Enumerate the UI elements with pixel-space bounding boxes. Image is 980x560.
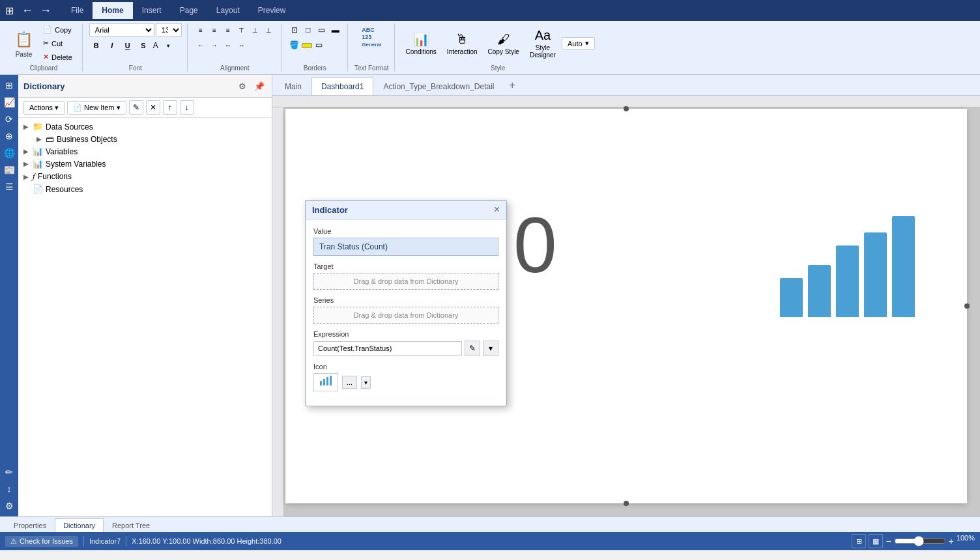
interaction-button[interactable]: 🖱 Interaction — [442, 29, 482, 59]
zoom-in-button[interactable]: + — [949, 534, 954, 548]
expression-edit-button[interactable]: ✎ — [465, 341, 480, 356]
icon-dots-button[interactable]: ... — [342, 376, 357, 389]
font-family-select[interactable]: Arial — [89, 23, 154, 36]
tree-item-business-objects[interactable]: ▶ 🗃 Business Objects — [34, 133, 269, 145]
strikethrough-button[interactable]: S — [136, 38, 151, 53]
dict-edit-button[interactable]: ✎ — [129, 100, 143, 115]
border-btn2[interactable]: □ — [302, 23, 315, 36]
fill-row: 🪣 ▭ — [288, 38, 342, 51]
sidebar-icon-6[interactable]: 📰 — [1, 162, 17, 178]
variables-icon: 📊 — [33, 147, 43, 156]
auto-dropdown[interactable]: Auto ▾ — [562, 37, 595, 49]
delete-button[interactable]: ✕ Delete — [38, 51, 77, 63]
align-top-button[interactable]: ⊤ — [235, 23, 248, 36]
tab-page[interactable]: Page — [171, 2, 207, 19]
resize-handle-right[interactable] — [964, 303, 970, 309]
new-item-button[interactable]: 📄 New Item ▾ — [67, 101, 126, 115]
dict-delete-button[interactable]: ✕ — [146, 100, 160, 115]
tree-item-datasources[interactable]: ▶ 📁 Data Sources — [21, 120, 269, 133]
text-format-button[interactable]: ABC123General — [354, 23, 389, 51]
sidebar-icon-9[interactable]: ↕ — [1, 481, 17, 497]
target-drop-zone[interactable]: Drag & drop data from Dictionary — [313, 273, 498, 290]
add-tab-button[interactable]: + — [504, 77, 521, 94]
series-drop-zone[interactable]: Drag & drop data from Dictionary — [313, 307, 498, 324]
indent-dec-button[interactable]: ← — [194, 38, 207, 51]
tab-preview[interactable]: Preview — [249, 2, 295, 19]
copy-button[interactable]: 📄 Copy — [38, 23, 77, 36]
dialog-close-button[interactable]: × — [494, 204, 500, 215]
bottom-tab-properties[interactable]: Properties — [5, 518, 55, 532]
tab-main[interactable]: Main — [275, 77, 311, 95]
sidebar-icon-8[interactable]: ✏ — [1, 464, 17, 480]
tab-home[interactable]: Home — [93, 2, 132, 19]
sidebar-icon-3[interactable]: ⟳ — [1, 111, 17, 127]
actions-button[interactable]: Actions ▾ — [23, 101, 65, 115]
icon-arrow-button[interactable]: ▾ — [361, 376, 371, 389]
expression-input[interactable] — [313, 341, 462, 356]
dictionary-title: Dictionary — [23, 81, 235, 91]
dict-up-button[interactable]: ↑ — [163, 100, 177, 115]
zoom-out-button[interactable]: − — [886, 534, 891, 548]
sidebar-icon-4[interactable]: ⊕ — [1, 128, 17, 144]
resize-handle-top[interactable] — [624, 106, 629, 111]
underline-button[interactable]: U — [121, 38, 135, 53]
copy-style-button[interactable]: 🖌 Copy Style — [483, 29, 524, 59]
icon-preview — [313, 373, 338, 391]
ltr-button[interactable]: ↔ — [235, 38, 248, 51]
rtl-button[interactable]: ↔ — [222, 38, 235, 51]
sidebar-icon-10[interactable]: ⚙ — [1, 498, 17, 514]
dict-down-button[interactable]: ↓ — [180, 100, 194, 115]
status-icon-2[interactable]: ▦ — [869, 534, 883, 548]
paste-button[interactable]: 📋 — [10, 29, 37, 50]
border-btn3[interactable]: ▭ — [315, 23, 328, 36]
target-field: Target Drag & drop data from Dictionary — [313, 262, 498, 290]
border-btn4[interactable]: ▬ — [329, 23, 342, 36]
zoom-label: 100% — [957, 534, 975, 548]
dict-settings-button[interactable]: ⚙ — [235, 79, 250, 93]
nav-forward-button[interactable]: → — [37, 5, 54, 16]
border-style-btn[interactable]: ▭ — [313, 38, 326, 51]
style-designer-button[interactable]: Aa StyleDesigner — [525, 25, 560, 62]
sidebar-icon-1[interactable]: ⊞ — [1, 77, 17, 93]
cut-button[interactable]: ✂ Cut — [38, 37, 77, 49]
expression-dropdown-button[interactable]: ▾ — [483, 341, 498, 356]
tree-item-system-variables[interactable]: ▶ 📊 System Variables — [21, 158, 269, 170]
sidebar-icon-2[interactable]: 📈 — [1, 94, 17, 110]
status-icon-1[interactable]: ⊞ — [852, 534, 866, 548]
align-center-button[interactable]: ≡ — [208, 23, 221, 36]
resize-handle-bottom[interactable] — [624, 501, 629, 506]
fill-btn[interactable]: 🪣 — [288, 38, 301, 51]
conditions-button[interactable]: 📊 Conditions — [401, 28, 441, 59]
align-left-button[interactable]: ≡ — [194, 23, 207, 36]
indent-inc-button[interactable]: → — [208, 38, 221, 51]
fill-color-btn[interactable] — [302, 43, 312, 48]
border-btn1[interactable]: ⊡ — [288, 23, 301, 36]
value-box[interactable]: Tran Status (Count) — [313, 238, 498, 256]
tab-file[interactable]: File — [62, 2, 93, 19]
bold-button[interactable]: B — [89, 38, 104, 53]
align-middle-button[interactable]: ⊥ — [249, 23, 262, 36]
tree-item-resources[interactable]: 📄 Resources — [21, 183, 269, 195]
dict-pin-button[interactable]: 📌 — [252, 79, 267, 93]
align-right-button[interactable]: ≡ — [222, 23, 235, 36]
font-size-select[interactable]: 13 — [156, 23, 182, 36]
nav-back-button[interactable]: ← — [19, 5, 36, 16]
align-bottom-button[interactable]: ⊥ — [263, 23, 276, 36]
dialog-title: Indicator — [312, 205, 494, 215]
status-divider-1 — [83, 536, 84, 546]
italic-button[interactable]: I — [105, 38, 119, 53]
tree-item-variables[interactable]: ▶ 📊 Variables — [21, 145, 269, 158]
title-bar: ⊞ ← → File Home Insert Page Layout Previ… — [0, 0, 980, 21]
tree-item-functions[interactable]: ▶ 𝑓 Functions — [21, 170, 269, 183]
font-color-button[interactable]: ▾ — [161, 38, 175, 53]
bottom-tab-dictionary[interactable]: Dictionary — [55, 518, 104, 532]
tab-dashboard1[interactable]: Dashboard1 — [311, 77, 373, 95]
zoom-slider[interactable] — [894, 534, 946, 548]
tab-insert[interactable]: Insert — [133, 2, 171, 19]
sidebar-icon-7[interactable]: ☰ — [1, 179, 17, 195]
sidebar-icon-5[interactable]: 🌐 — [1, 145, 17, 161]
check-issues-button[interactable]: ⚠ Check for Issues — [5, 536, 78, 547]
bottom-tab-report-tree[interactable]: Report Tree — [104, 518, 158, 532]
tab-layout[interactable]: Layout — [207, 2, 249, 19]
tab-action-breakdown[interactable]: Action_Type_Breakdown_Detail — [373, 77, 504, 95]
